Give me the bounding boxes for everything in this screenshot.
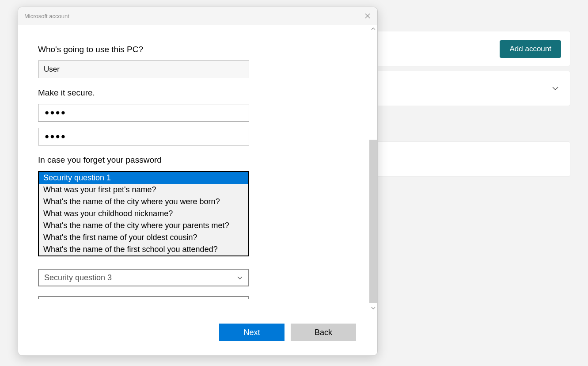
dropdown-option[interactable]: What was your first pet's name?: [39, 184, 248, 196]
dropdown-option[interactable]: What's the name of the first school you …: [39, 244, 248, 255]
scrollbar[interactable]: [369, 25, 377, 312]
add-account-button[interactable]: Add account: [500, 40, 561, 58]
button-row: Next Back: [18, 324, 377, 342]
dropdown-option[interactable]: What was your childhood nickname?: [39, 208, 248, 220]
close-button[interactable]: [362, 11, 373, 21]
dropdown-option[interactable]: What's the name of the city where you we…: [39, 196, 248, 208]
back-button[interactable]: Back: [291, 324, 356, 341]
dropdown-option[interactable]: What's the first name of your oldest cou…: [39, 232, 248, 244]
form-area: Who's going to use this PC? Make it secu…: [18, 25, 370, 312]
confirm-password-input[interactable]: ●●●●: [38, 128, 249, 145]
password-input[interactable]: ●●●●: [38, 104, 249, 122]
scroll-thumb[interactable]: [369, 140, 377, 303]
microsoft-account-dialog: Microsoft account Who's going to use thi…: [18, 7, 378, 356]
next-button[interactable]: Next: [219, 324, 285, 341]
dialog-titlebar: Microsoft account: [18, 7, 377, 25]
chevron-down-icon: [237, 275, 243, 281]
close-icon: [365, 13, 370, 19]
label-secure: Make it secure.: [38, 88, 370, 98]
security-question-1-dropdown-open[interactable]: Security question 1 What was your first …: [38, 171, 249, 256]
select-label: Security question 3: [44, 273, 243, 282]
dropdown-option-selected[interactable]: Security question 1: [39, 172, 248, 184]
security-question-3-select[interactable]: Security question 3: [38, 269, 249, 286]
label-forget: In case you forget your password: [38, 155, 370, 165]
scroll-up-arrow-icon[interactable]: [371, 26, 376, 32]
dropdown-option[interactable]: What's the name of the city where your p…: [39, 220, 248, 232]
label-username: Who's going to use this PC?: [38, 45, 370, 54]
chevron-down-icon: [551, 84, 559, 92]
dialog-content: Who's going to use this PC? Make it secu…: [18, 25, 377, 312]
username-input[interactable]: [38, 61, 249, 78]
scroll-down-arrow-icon[interactable]: [371, 305, 376, 311]
dialog-title: Microsoft account: [24, 13, 69, 19]
answer-3-input-partial[interactable]: [38, 296, 249, 299]
